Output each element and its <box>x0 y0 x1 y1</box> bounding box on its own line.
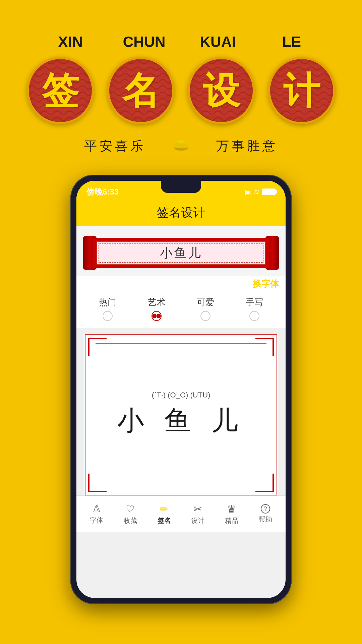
pinyin-row: XIN CHUN KUAI LE <box>44 34 318 50</box>
signal-icon: ≋ <box>254 188 259 196</box>
stamp-ji: 计 <box>268 57 335 124</box>
scroll-decoration: 小鱼儿 <box>83 233 279 273</box>
nav-font[interactable]: 𝔸 字体 <box>90 503 103 525</box>
inner-line-bottom <box>96 486 266 486</box>
inner-line-top <box>96 343 266 344</box>
nav-design-label: 设计 <box>191 516 204 525</box>
phone-notch <box>161 181 201 193</box>
change-font-bar: 换字体 <box>76 276 286 291</box>
stamp-qian: 签 <box>27 57 94 124</box>
preview-content-area: (`T·) (O_O) (UTU) 小 鱼 儿 <box>85 335 277 495</box>
stamp-ming: 名 <box>107 57 174 124</box>
tab-keai[interactable]: 可爱 <box>197 297 214 321</box>
status-time: 傍晚6:33 <box>86 186 119 197</box>
scroll-name: 小鱼儿 <box>160 245 202 262</box>
pinyin-chun: CHUN <box>117 34 171 50</box>
nav-design[interactable]: ✂ 设计 <box>191 503 204 525</box>
tab-shoxie-dot <box>249 311 259 321</box>
circles-row: 签 名 设 <box>27 57 335 124</box>
nav-sign-icon: ✏ <box>160 503 168 515</box>
preview-name: 小 鱼 儿 <box>117 403 245 439</box>
bottom-nav: 𝔸 字体 ♡ 收藏 ✏ 签名 ✂ 设计 ♛ 精品 <box>76 495 286 532</box>
tab-yishu-label: 艺术 <box>148 297 165 308</box>
tab-remen[interactable]: 热门 <box>99 297 116 321</box>
tab-remen-label: 热门 <box>99 297 116 308</box>
nav-help-icon: ? <box>261 504 270 514</box>
pinyin-le: LE <box>265 34 318 50</box>
nav-help-label: 帮助 <box>259 515 272 524</box>
wifi-icon: ▣ <box>245 188 251 196</box>
corner-bl <box>88 474 107 492</box>
nav-design-icon: ✂ <box>194 503 202 515</box>
char-ming: 名 <box>122 72 159 109</box>
top-section: XIN CHUN KUAI LE 签 <box>0 0 362 168</box>
corner-tr <box>255 338 274 356</box>
subtitle-row: 平安喜乐 万事胜意 <box>84 138 278 155</box>
battery-icon <box>262 189 276 195</box>
font-tabs: 热门 艺术 可爱 手写 <box>76 291 286 328</box>
nav-sign-label: 签名 <box>158 516 171 525</box>
nav-font-label: 字体 <box>90 516 103 525</box>
nav-premium-label: 精品 <box>225 516 238 525</box>
tab-keai-dot <box>200 311 210 321</box>
scroll-inner: 小鱼儿 <box>93 238 269 268</box>
char-qian: 签 <box>42 72 79 109</box>
subtitle-left: 平安喜乐 <box>84 138 146 155</box>
nav-collect-label: 收藏 <box>124 516 137 525</box>
nav-sign[interactable]: ✏ 签名 <box>158 503 171 525</box>
nav-collect[interactable]: ♡ 收藏 <box>124 503 137 525</box>
subtitle-right: 万事胜意 <box>216 138 278 155</box>
nav-premium[interactable]: ♛ 精品 <box>225 503 238 525</box>
tab-keai-label: 可爱 <box>197 297 214 308</box>
corner-tl <box>88 338 107 356</box>
scroll-text-box: 小鱼儿 <box>97 241 265 265</box>
ingot-icon <box>173 138 189 154</box>
app-title: 签名设计 <box>157 205 205 221</box>
svg-point-5 <box>177 140 185 144</box>
app-header: 签名设计 <box>76 199 286 226</box>
nav-font-icon: 𝔸 <box>93 503 100 515</box>
stamp-she: 设 <box>188 57 255 124</box>
char-ji: 计 <box>283 72 320 109</box>
char-she: 设 <box>203 72 240 109</box>
preview-wrapper: (`T·) (O_O) (UTU) 小 鱼 儿 <box>76 328 286 495</box>
pinyin-xin: XIN <box>44 34 97 50</box>
scroll-banner: 小鱼儿 <box>76 226 286 276</box>
change-font-button[interactable]: 换字体 <box>253 279 279 289</box>
phone-frame: 傍晚6:33 ▣ ≋ 签名设计 小鱼儿 <box>70 175 292 604</box>
corner-br <box>255 474 274 492</box>
tab-remen-dot <box>103 311 113 321</box>
tab-shoxie-label: 手写 <box>246 297 263 308</box>
phone-wrapper: 傍晚6:33 ▣ ≋ 签名设计 小鱼儿 <box>0 175 362 604</box>
tab-yishu-dot <box>152 311 162 321</box>
nav-premium-icon: ♛ <box>227 503 236 515</box>
pinyin-kuai: KUAI <box>191 34 245 50</box>
status-icons: ▣ ≋ <box>245 188 276 196</box>
phone-screen: 傍晚6:33 ▣ ≋ 签名设计 小鱼儿 <box>76 181 286 598</box>
nav-help[interactable]: ? 帮助 <box>259 504 272 524</box>
tab-yishu[interactable]: 艺术 <box>148 297 165 321</box>
preview-emoticons: (`T·) (O_O) (UTU) <box>152 391 210 399</box>
nav-collect-icon: ♡ <box>126 503 135 515</box>
preview-box: (`T·) (O_O) (UTU) 小 鱼 儿 <box>85 334 277 495</box>
tab-shoxie[interactable]: 手写 <box>246 297 263 321</box>
